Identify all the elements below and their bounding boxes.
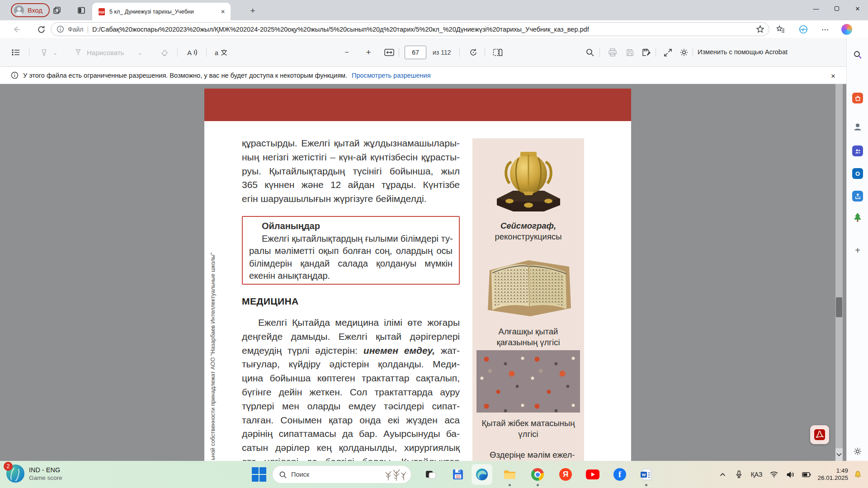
browser-tab[interactable]: PDF 5 кл_ Дүниежүзі тарихы_Учебни ✕ xyxy=(92,3,231,20)
system-tray: ҚАЗ 1:49 26.01. xyxy=(715,461,868,488)
rotate-icon[interactable] xyxy=(467,46,480,59)
highlighter-chevron-icon[interactable]: ⌄ xyxy=(51,46,60,59)
wifi-icon[interactable] xyxy=(768,469,780,480)
highlighter-icon[interactable] xyxy=(37,46,51,59)
close-window-button[interactable]: ✕ xyxy=(847,0,868,17)
maximize-button[interactable] xyxy=(826,0,847,17)
start-button[interactable] xyxy=(251,467,267,482)
floppy-app-icon[interactable] xyxy=(449,466,467,483)
address-bar[interactable]: Файл | D:/Сабақ%20жоспары%202023%20жыл/Қ… xyxy=(51,22,769,36)
page-view-icon[interactable] xyxy=(491,46,505,59)
person-icon[interactable] xyxy=(851,120,864,134)
workspaces-icon[interactable] xyxy=(51,4,63,17)
minimize-button[interactable]: — xyxy=(806,0,826,17)
add-apps-icon[interactable]: + xyxy=(851,244,864,257)
draw-chevron-icon[interactable]: ⌄ xyxy=(136,46,145,59)
profile-button[interactable]: Вход xyxy=(11,3,50,17)
silk-caption: Қытай жібек матасының үлгісі xyxy=(472,418,584,440)
microphone-icon[interactable] xyxy=(733,469,745,480)
acrobat-floating-button[interactable] xyxy=(810,425,829,444)
pdf-settings-gear-icon[interactable] xyxy=(677,46,691,59)
read-aloud-icon[interactable]: A xyxy=(184,46,201,59)
cricket-widget-icon: 2 xyxy=(6,465,24,483)
avatar xyxy=(14,5,24,15)
battery-icon[interactable] xyxy=(801,469,812,480)
page-number-input[interactable]: 67 xyxy=(405,46,426,59)
taskbar-search-box[interactable]: Поиск xyxy=(272,465,411,483)
facebook-icon[interactable]: f xyxy=(611,466,628,483)
page-total-label: из 112 xyxy=(433,49,451,56)
bookmark-star-icon[interactable] xyxy=(756,25,764,33)
notification-message: У этого файла есть ограниченные разрешен… xyxy=(23,72,347,79)
youtube-icon[interactable] xyxy=(584,466,601,483)
caption-line: үлгісі xyxy=(472,429,584,440)
save-icon[interactable] xyxy=(623,46,637,59)
ancient-book-image xyxy=(481,253,576,321)
notification-close-icon[interactable]: ✕ xyxy=(827,70,839,82)
main-text-column: құрастырды. Ежелгі қытай жұлдызнамашылар… xyxy=(242,89,460,461)
yandex-browser-icon[interactable]: Я xyxy=(557,466,574,483)
view-permissions-link[interactable]: Просмотреть разрешения xyxy=(352,72,430,79)
widget-line2: Game score xyxy=(29,474,62,481)
favorites-icon[interactable] xyxy=(774,23,788,36)
draw-icon[interactable] xyxy=(71,46,85,59)
clock[interactable]: 1:49 26.01.2025 xyxy=(817,467,848,482)
illustration-sidebar: Сейсмограф, реконструкциясы xyxy=(472,138,584,461)
speaker-icon[interactable] xyxy=(784,469,796,480)
ie-mode-icon[interactable]: e xyxy=(797,23,810,36)
paragraph-1: құрастырды. Ежелгі қытай жұлдызнамашылар… xyxy=(242,136,460,206)
file-info-icon[interactable] xyxy=(57,25,64,33)
pdf-scrollbar-thumb[interactable] xyxy=(836,297,842,317)
caption-subtitle: реконструкциясы xyxy=(472,231,584,242)
teams-icon[interactable] xyxy=(851,144,864,158)
sidebar-paragraph: Өздеріңе мәлім ежел- xyxy=(478,450,579,460)
copilot-icon[interactable] xyxy=(840,23,854,36)
eraser-icon[interactable] xyxy=(157,46,171,59)
toc-icon[interactable] xyxy=(9,46,23,59)
outlook-icon[interactable]: O xyxy=(851,167,864,180)
text-line: руы. Қытайлықтардың түсінігі бойынша, жы… xyxy=(242,164,460,178)
text-line: ралы мәліметті оқып болған соң, олардың … xyxy=(249,245,453,258)
language-indicator[interactable]: ҚАЗ xyxy=(751,471,763,478)
notification-bell-icon[interactable] xyxy=(852,469,863,480)
zoom-in-icon[interactable]: + xyxy=(362,46,375,59)
pdf-scrollbar-track[interactable] xyxy=(835,84,843,461)
sidebar-search-icon[interactable] xyxy=(851,48,864,61)
search-icon xyxy=(279,471,287,479)
search-document-icon[interactable] xyxy=(583,46,597,59)
fit-width-icon[interactable] xyxy=(382,46,396,59)
toolbar-divider xyxy=(459,48,460,57)
address-row: Файл | D:/Сабақ%20жоспары%202023%20жыл/Қ… xyxy=(0,20,868,38)
fullscreen-icon[interactable] xyxy=(661,46,675,59)
zoom-out-icon[interactable]: − xyxy=(340,46,354,59)
chrome-icon[interactable] xyxy=(529,466,546,483)
tab-close-icon[interactable]: ✕ xyxy=(219,8,227,16)
back-icon[interactable] xyxy=(10,23,24,36)
new-tab-button[interactable]: + xyxy=(246,5,259,17)
edge-taskbar-icon[interactable] xyxy=(473,466,491,483)
tree-icon[interactable] xyxy=(851,211,864,224)
draw-label[interactable]: Нарисовать xyxy=(87,49,124,56)
split-screen-icon[interactable] xyxy=(75,4,88,17)
refresh-icon[interactable] xyxy=(34,23,48,36)
svg-text:W: W xyxy=(642,472,646,477)
share-icon[interactable] xyxy=(851,189,864,203)
file-explorer-icon[interactable] xyxy=(501,466,518,483)
text-line: цина бойынша көптеген трактаттар сақталы… xyxy=(242,371,460,385)
edit-with-acrobat-button[interactable]: Изменить с помощью Acrobat xyxy=(698,48,788,56)
clock-time: 1:49 xyxy=(817,467,848,474)
word-icon[interactable]: W xyxy=(637,466,655,483)
more-menu-icon[interactable]: ⋯ xyxy=(818,23,832,36)
caption-line: қағазының үлгісі xyxy=(472,337,584,348)
save-as-icon[interactable] xyxy=(639,46,653,59)
task-view-icon[interactable] xyxy=(422,466,439,483)
pdf-viewer[interactable]: ьной собственности принадлежат АОО "Наза… xyxy=(0,84,846,461)
weather-widget[interactable]: 2 IND - ENG Game score xyxy=(6,465,62,483)
translate-icon[interactable]: a xyxy=(212,46,231,59)
print-icon[interactable] xyxy=(606,46,619,59)
hidden-icons-chevron-icon[interactable] xyxy=(717,469,729,480)
shopping-bag-icon[interactable] xyxy=(851,91,864,105)
sidebar-settings-gear-icon[interactable] xyxy=(851,445,864,458)
url-text[interactable]: D:/Сабақ%20жоспары%202023%20жыл/ҚМЖ%2020… xyxy=(92,26,752,33)
scroll-down-arrow-icon[interactable] xyxy=(835,448,843,461)
